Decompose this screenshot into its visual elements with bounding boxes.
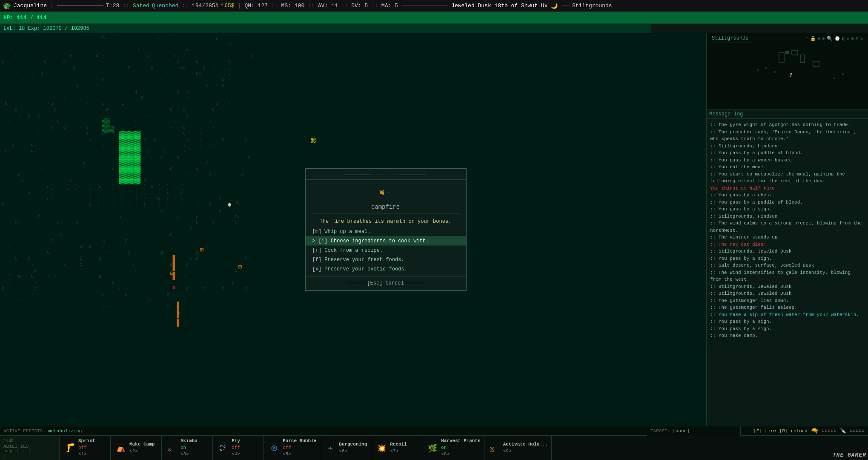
dialog-option-exotic[interactable]: [x] Preserve your exotic foods. [306, 264, 466, 274]
makecamp-info: Make Camp <2> [129, 441, 155, 454]
message-item: You thirst at half rate. [710, 185, 865, 192]
svg-point-11 [765, 67, 767, 69]
hp-bar-row: HP: 114 / 114 [0, 12, 868, 24]
lvl-row: LVL: 18 Exp: 102070 / 102985 [0, 24, 868, 33]
dialog-option-fresh[interactable]: [f] Preserve your fresh foods. [306, 255, 466, 264]
mm-icon-5[interactable]: 🔍 [827, 36, 833, 41]
harvest-name: Harvest Plants [441, 438, 480, 444]
ability-makecamp[interactable]: ⛺ Make Camp <2> [111, 436, 162, 460]
ability-burgeoning[interactable]: ❧ Burgeoning <6> [320, 436, 371, 460]
mm-icon-3[interactable]: ▲ [818, 36, 821, 41]
fly-icon: 🕊 [216, 441, 230, 455]
svg-text:~: ~ [381, 188, 384, 194]
game-viewport[interactable]: · ·· C ˙ c · y˙ ˙ ∙ ˙ ·∙ ∙ · · · ˙ ˙ ˙ ·… [0, 33, 706, 426]
dialog-campfire-label: ─ ─ ─ ─ [375, 172, 395, 177]
mm-icon-8[interactable]: ★ [847, 36, 850, 41]
forcebubble-name: Force Bubble [283, 438, 316, 444]
forcebubble-info: Force Bubble off <5> [283, 438, 316, 457]
ability-recoil[interactable]: 💥 Recoil <7> [371, 436, 422, 460]
svg-rect-7 [785, 51, 789, 54]
mm-icon-6[interactable]: ⌚ [834, 36, 840, 41]
ability-akimbo[interactable]: ⚔ Akimbo on <3> [162, 436, 213, 460]
structure-3: ⊞ [238, 263, 242, 270]
message-item: :: The ray cat dies! [710, 241, 865, 248]
message-item: :: Stiltgrounds, Hindsun [710, 213, 865, 220]
svg-text:~: ~ [387, 190, 390, 196]
ma-stat: MA: 5 [381, 3, 398, 9]
message-item: :: The vintner stands up. [710, 234, 865, 241]
dialog-option-whip[interactable]: [m] Whip up a meal. [306, 227, 466, 236]
esc-cancel[interactable]: [Esc] Cancel [367, 280, 404, 286]
svg-point-12 [774, 71, 776, 73]
makecamp-key: <2> [129, 448, 155, 454]
harvest-icon: 🌿 [426, 441, 439, 455]
mm-icon-11[interactable]: ⇲ [860, 36, 863, 41]
message-item: :: You eat the meal. [710, 164, 865, 171]
minimap-area: Stiltgrounds ≡ 🔒 ▲ ◈ 🔍 ⌚ ◧ ★ ⚙ ⊞ ⇲ [707, 33, 868, 110]
mm-icon-1[interactable]: ≡ [805, 36, 808, 41]
sprint-info: Sprint off <1> [78, 438, 95, 457]
mm-icon-2[interactable]: 🔒 [810, 36, 816, 41]
message-item: :: The gutsmonger falls asleep. [710, 304, 865, 311]
message-log[interactable]: :: the gyre wight of Agotgot has nothing… [707, 119, 868, 426]
top-bar: 🐲 Jacqueline | —————————————— T:28 :: Sa… [0, 0, 868, 12]
lvl-text: LVL: 18 Exp: 102070 / 102985 [3, 26, 89, 32]
harvest-info: Harvest Plants on <8> [441, 438, 480, 457]
svg-text:⚔: ⚔ [167, 444, 172, 454]
ability-harvest[interactable]: 🌿 Harvest Plants on <8> [422, 436, 484, 460]
key-x: [x] [312, 266, 322, 272]
option-recipe-text: Cook from a recipe. [324, 247, 383, 253]
mm-icon-4[interactable]: ◈ [822, 36, 825, 41]
mm-icon-7[interactable]: ◧ [842, 36, 845, 41]
key-i: [i] [318, 238, 328, 244]
target-row: TARGET: [none] [647, 426, 740, 436]
message-item: :: You start to metabolize the meal, gai… [710, 171, 865, 185]
dv-stat: DV: 5 [351, 3, 368, 9]
dialog-dash-right: ──────── [400, 172, 426, 178]
sprint-status: off [78, 445, 95, 451]
ability-holo[interactable]: ⧖ Activate Holo... <9> [484, 436, 552, 460]
foliage-entity2: ▒▒▒▒▒ [102, 118, 115, 134]
abilities-row: ↹Tab ABILITIES page 1 of 2 A 🦵 Sprint of… [0, 436, 868, 460]
turn: T:28 [106, 3, 119, 9]
forcebubble-status: off [283, 445, 316, 451]
abilities-label: ↹Tab [3, 438, 56, 443]
sprint-key: <1> [78, 451, 95, 457]
right-panel: Stiltgrounds ≡ 🔒 ▲ ◈ 🔍 ⌚ ◧ ★ ⚙ ⊞ ⇲ [706, 33, 868, 426]
message-item: :: the gyre wight of Agotgot has nothing… [710, 121, 865, 129]
target-label: TARGET: [650, 428, 670, 434]
mm-icon-10[interactable]: ⊞ [856, 36, 859, 41]
abilities-title: ABILITIES [3, 444, 56, 449]
ability-forcebubble[interactable]: ◎ Force Bubble off <5> [264, 436, 320, 460]
arrow-indicator: > [312, 238, 318, 244]
cancel-text: ─────── [346, 280, 367, 286]
dialog-campfire-icon: ⚑ ~ ~ [306, 180, 466, 204]
message-item: :: The gutsmonger lies down. [710, 297, 865, 305]
ability-fly[interactable]: 🕊 Fly off <4> [213, 436, 264, 460]
svg-text:@: @ [790, 72, 792, 77]
main-area: · ·· C ˙ c · y˙ ˙ ∙ ˙ ·∙ ∙ · · · ˙ ˙ ˙ ·… [0, 33, 868, 426]
qn-stat: QN: 127 [244, 3, 268, 9]
npc-entity: ☻ [228, 201, 231, 208]
dialog-option-recipe[interactable]: [r] Cook from a recipe. [306, 246, 466, 255]
zone: Stiltgrounds [572, 3, 612, 9]
watermark: THE GAMER [833, 452, 866, 458]
sprint-icon: 🦵 [63, 441, 77, 455]
forcebubble-icon: ◎ [267, 441, 281, 455]
svg-text:⧖: ⧖ [490, 445, 495, 454]
option-fresh-text: Preserve your fresh foods. [324, 257, 404, 263]
fly-key: <4> [232, 451, 240, 457]
turn-display: —————————————— [57, 3, 103, 9]
dialog-name: campfire [311, 204, 461, 214]
akimbo-key: <3> [180, 451, 198, 457]
mm-icon-9[interactable]: ⚙ [851, 36, 854, 41]
message-item: :: Stiltgrounds, Jeweled Dusk [710, 290, 865, 297]
terrain-dots: · · · · · · · · · · · · · · · · · · · · … [51, 182, 185, 210]
nutrition: 194/285# [192, 3, 218, 9]
option-exotic-text: Preserve your exotic foods. [324, 266, 407, 272]
terrain-upper: · · · ·· · · ·· · · [213, 67, 231, 81]
harvest-key: <8> [441, 451, 480, 457]
dialog-option-ingredients[interactable]: > [i] Choose ingredients to cook with. [306, 236, 466, 246]
akimbo-info: Akimbo on <3> [180, 438, 198, 457]
ability-sprint[interactable]: 🦵 Sprint off <1> [60, 436, 111, 460]
